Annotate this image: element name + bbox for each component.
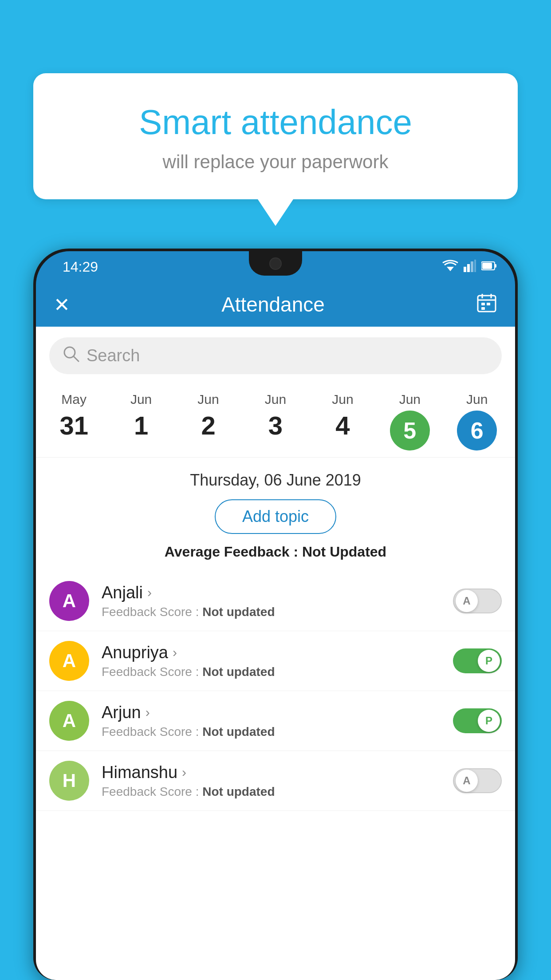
phone-frame: 14:29 bbox=[33, 249, 518, 980]
cal-month-label: Jun bbox=[399, 392, 421, 407]
toggle-knob: P bbox=[478, 710, 500, 732]
signal-icon bbox=[464, 260, 476, 274]
calendar-strip: May31Jun1Jun2Jun3Jun4Jun5Jun6 bbox=[36, 379, 515, 458]
calendar-icon[interactable] bbox=[476, 292, 497, 317]
cal-month-label: Jun bbox=[332, 392, 353, 407]
avatar: A bbox=[49, 641, 89, 681]
avg-feedback-label: Average Feedback : bbox=[165, 544, 302, 560]
student-info: Arjun ›Feedback Score : Not updated bbox=[102, 703, 453, 739]
phone-inner: 14:29 bbox=[36, 251, 515, 980]
wifi-icon bbox=[442, 260, 458, 274]
cal-date-label: 2 bbox=[201, 411, 215, 440]
selected-date-text: Thursday, 06 June 2019 bbox=[45, 471, 506, 490]
chevron-icon: › bbox=[182, 765, 186, 780]
speech-bubble-tail bbox=[258, 199, 293, 226]
feedback-score: Feedback Score : Not updated bbox=[102, 725, 453, 739]
calendar-day-4[interactable]: Jun4 bbox=[314, 387, 371, 455]
calendar-day-6[interactable]: Jun6 bbox=[448, 387, 506, 455]
calendar-day-3[interactable]: Jun3 bbox=[247, 387, 304, 455]
avg-feedback-value: Not Updated bbox=[302, 544, 386, 560]
feedback-score: Feedback Score : Not updated bbox=[102, 785, 453, 799]
cal-date-label: 6 bbox=[457, 411, 497, 450]
student-info: Anjali ›Feedback Score : Not updated bbox=[102, 583, 453, 619]
speech-bubble: Smart attendance will replace your paper… bbox=[33, 73, 518, 199]
app-header: ✕ Attendance bbox=[36, 282, 515, 327]
avg-feedback: Average Feedback : Not Updated bbox=[45, 544, 506, 560]
cal-month-label: Jun bbox=[265, 392, 286, 407]
svg-rect-7 bbox=[482, 263, 492, 269]
student-name: Himanshu › bbox=[102, 763, 453, 782]
chevron-icon: › bbox=[146, 705, 150, 720]
student-info: Himanshu ›Feedback Score : Not updated bbox=[102, 763, 453, 799]
svg-rect-14 bbox=[481, 307, 485, 310]
cal-month-label: Jun bbox=[130, 392, 152, 407]
toggle-knob: A bbox=[456, 590, 478, 612]
chevron-icon: › bbox=[147, 585, 152, 600]
student-item[interactable]: AAnupriya ›Feedback Score : Not updatedP bbox=[36, 631, 515, 691]
feedback-score: Feedback Score : Not updated bbox=[102, 605, 453, 619]
svg-marker-0 bbox=[447, 267, 454, 271]
feedback-score: Feedback Score : Not updated bbox=[102, 665, 453, 679]
selected-date-section: Thursday, 06 June 2019 Add topic Average… bbox=[36, 458, 515, 567]
student-name: Anupriya › bbox=[102, 643, 453, 662]
student-list: AAnjali ›Feedback Score : Not updatedAAA… bbox=[36, 567, 515, 815]
toggle-knob: P bbox=[478, 650, 500, 672]
toggle-knob: A bbox=[456, 770, 478, 792]
close-button[interactable]: ✕ bbox=[54, 293, 70, 316]
calendar-day-31[interactable]: May31 bbox=[45, 387, 103, 455]
status-icons bbox=[442, 260, 497, 274]
calendar-day-5[interactable]: Jun5 bbox=[381, 387, 439, 455]
add-topic-button[interactable]: Add topic bbox=[215, 499, 336, 534]
cal-month-label: Jun bbox=[197, 392, 219, 407]
search-input-placeholder[interactable]: Search bbox=[87, 346, 140, 365]
avatar: H bbox=[49, 761, 89, 801]
bubble-subtitle: will replace your paperwork bbox=[60, 151, 491, 173]
cal-date-label: 31 bbox=[59, 411, 88, 440]
speech-bubble-container: Smart attendance will replace your paper… bbox=[33, 73, 518, 226]
cal-date-label: 5 bbox=[390, 411, 430, 450]
camera bbox=[269, 257, 282, 270]
svg-rect-2 bbox=[467, 264, 470, 272]
svg-rect-13 bbox=[487, 303, 490, 305]
attendance-toggle[interactable]: A bbox=[453, 768, 502, 793]
attendance-toggle[interactable]: A bbox=[453, 589, 502, 613]
svg-rect-3 bbox=[471, 261, 473, 272]
svg-rect-12 bbox=[481, 303, 485, 305]
cal-month-label: Jun bbox=[466, 392, 488, 407]
cal-date-label: 4 bbox=[335, 411, 350, 440]
student-item[interactable]: AArjun ›Feedback Score : Not updatedP bbox=[36, 691, 515, 751]
attendance-toggle[interactable]: P bbox=[453, 708, 502, 733]
attendance-toggle[interactable]: P bbox=[453, 648, 502, 673]
phone-notch bbox=[249, 251, 302, 276]
student-name: Anjali › bbox=[102, 583, 453, 602]
chevron-icon: › bbox=[173, 645, 177, 660]
calendar-day-2[interactable]: Jun2 bbox=[180, 387, 237, 455]
avatar: A bbox=[49, 701, 89, 741]
status-time: 14:29 bbox=[54, 259, 98, 275]
student-name: Arjun › bbox=[102, 703, 453, 722]
svg-rect-4 bbox=[474, 260, 476, 272]
screen-content: Search May31Jun1Jun2Jun3Jun4Jun5Jun6 Thu… bbox=[36, 327, 515, 980]
calendar-day-1[interactable]: Jun1 bbox=[112, 387, 170, 455]
student-item[interactable]: AAnjali ›Feedback Score : Not updatedA bbox=[36, 571, 515, 631]
student-info: Anupriya ›Feedback Score : Not updated bbox=[102, 643, 453, 679]
cal-date-label: 3 bbox=[268, 411, 283, 440]
cal-date-label: 1 bbox=[134, 411, 148, 440]
cal-month-label: May bbox=[61, 392, 87, 407]
svg-line-16 bbox=[74, 356, 79, 361]
bubble-title: Smart attendance bbox=[60, 102, 491, 142]
search-icon bbox=[63, 345, 79, 366]
header-title: Attendance bbox=[221, 292, 325, 316]
svg-rect-1 bbox=[464, 267, 466, 272]
battery-icon bbox=[481, 261, 497, 273]
svg-rect-6 bbox=[495, 264, 496, 268]
avatar: A bbox=[49, 581, 89, 621]
search-bar[interactable]: Search bbox=[49, 337, 502, 374]
student-item[interactable]: HHimanshu ›Feedback Score : Not updatedA bbox=[36, 751, 515, 811]
